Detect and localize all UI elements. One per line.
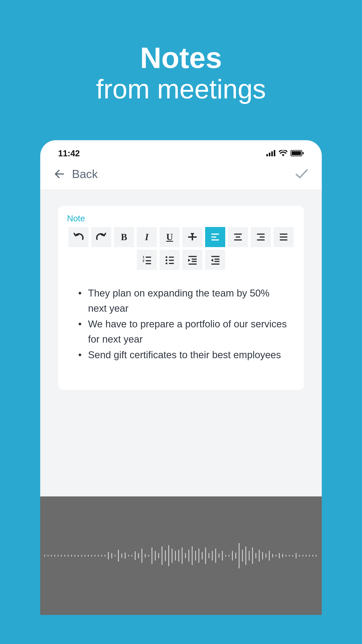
back-label: Back <box>72 167 98 181</box>
align-right-icon <box>255 232 266 242</box>
list-item: They plan on expanding the team by 50% n… <box>78 286 291 316</box>
check-icon <box>295 168 308 180</box>
underline-button[interactable]: U <box>160 227 180 247</box>
svg-rect-2 <box>271 152 273 156</box>
svg-text:2: 2 <box>143 259 144 262</box>
bullet-list-button[interactable] <box>160 250 180 270</box>
list-item: We have to prepare a portfolio of our se… <box>78 316 291 347</box>
svg-rect-6 <box>303 152 304 154</box>
bullet-list-icon <box>164 254 175 266</box>
align-justify-button[interactable] <box>274 227 294 247</box>
svg-rect-0 <box>266 154 268 156</box>
align-center-button[interactable] <box>228 227 248 247</box>
status-icons <box>266 149 304 158</box>
align-right-button[interactable] <box>251 227 271 247</box>
bold-icon: B <box>121 232 127 242</box>
promo-heading: Notes from meetings <box>0 0 362 104</box>
ordered-list-icon: 12 <box>141 254 152 266</box>
toolbar-row-2: 12 <box>67 250 295 270</box>
svg-point-28 <box>166 260 167 261</box>
svg-rect-5 <box>292 151 301 155</box>
redo-icon <box>96 232 107 242</box>
svg-point-27 <box>166 256 167 258</box>
battery-icon <box>291 149 304 158</box>
undo-icon <box>73 232 84 242</box>
svg-rect-3 <box>274 150 275 156</box>
content-area: Note B I U 12 They pl <box>40 190 322 496</box>
phone-frame: 11:42 Back Note <box>40 140 322 615</box>
nav-bar: Back <box>40 160 322 190</box>
underline-icon: U <box>166 232 173 242</box>
bold-button[interactable]: B <box>114 227 134 247</box>
align-justify-icon <box>278 232 289 242</box>
italic-icon: I <box>145 232 149 242</box>
note-card: Note B I U 12 They pl <box>58 206 304 390</box>
audio-panel <box>40 496 322 615</box>
outdent-button[interactable] <box>205 250 225 270</box>
strike-button[interactable] <box>182 227 202 247</box>
waveform-icon <box>40 538 322 574</box>
italic-button[interactable]: I <box>137 227 157 247</box>
undo-button[interactable] <box>68 227 88 247</box>
align-left-icon <box>210 232 221 242</box>
svg-text:1: 1 <box>143 255 144 259</box>
align-left-button[interactable] <box>205 227 225 247</box>
cellular-icon <box>266 149 276 158</box>
indent-button[interactable] <box>182 250 202 270</box>
redo-button[interactable] <box>91 227 111 247</box>
promo-title: Notes <box>0 42 362 74</box>
status-time: 11:42 <box>58 149 80 158</box>
svg-point-29 <box>166 262 167 264</box>
status-bar: 11:42 <box>40 140 322 160</box>
note-label: Note <box>67 214 295 224</box>
indent-icon <box>187 254 198 266</box>
svg-rect-1 <box>269 153 270 156</box>
outdent-icon <box>210 254 221 266</box>
strike-icon <box>187 232 198 242</box>
back-button[interactable]: Back <box>54 167 98 181</box>
arrow-left-icon <box>54 168 64 179</box>
confirm-button[interactable] <box>295 168 308 180</box>
promo-subtitle: from meetings <box>0 74 362 104</box>
ordered-list-button[interactable]: 12 <box>137 250 157 270</box>
align-center-icon <box>232 232 244 242</box>
wifi-icon <box>279 149 287 158</box>
note-body[interactable]: They plan on expanding the team by 50% n… <box>67 286 295 363</box>
toolbar-row-1: B I U <box>67 227 295 247</box>
list-item: Send gift certificates to their best emp… <box>78 347 291 362</box>
